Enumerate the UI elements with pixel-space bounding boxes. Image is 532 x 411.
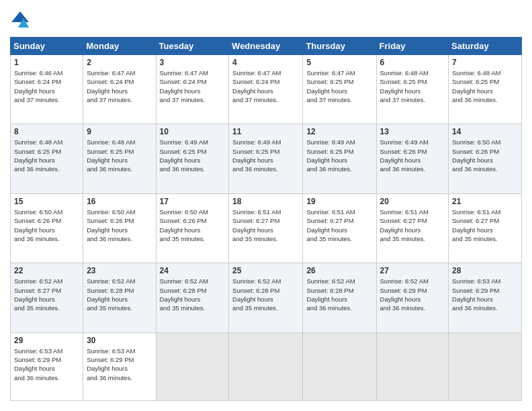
day-number: 29 [14,336,79,345]
calendar-week-row: 8 Sunrise: 6:48 AMSunset: 6:25 PMDayligh… [11,124,522,193]
day-number: 23 [87,266,152,275]
calendar-day-header: Monday [83,38,156,55]
day-number: 16 [87,197,152,206]
day-number: 22 [14,266,79,275]
day-info: Sunrise: 6:48 AMSunset: 6:25 PMDaylight … [380,69,429,103]
day-info: Sunrise: 6:49 AMSunset: 6:26 PMDaylight … [380,138,429,173]
calendar-day-cell: 26 Sunrise: 6:52 AMSunset: 6:28 PMDaylig… [303,263,376,332]
calendar-day-cell: 21 Sunrise: 6:51 AMSunset: 6:27 PMDaylig… [449,193,522,263]
calendar-week-row: 29 Sunrise: 6:53 AMSunset: 6:29 PMDaylig… [11,332,522,400]
calendar-day-cell: 24 Sunrise: 6:52 AMSunset: 6:28 PMDaylig… [156,263,229,332]
calendar-day-cell: 25 Sunrise: 6:52 AMSunset: 6:28 PMDaylig… [229,263,303,332]
calendar-day-cell: 2 Sunrise: 6:47 AMSunset: 6:24 PMDayligh… [83,55,156,124]
day-number: 13 [380,127,445,136]
day-number: 3 [160,58,226,67]
day-info: Sunrise: 6:52 AMSunset: 6:28 PMDaylight … [87,277,135,312]
day-info: Sunrise: 6:49 AMSunset: 6:25 PMDaylight … [306,138,355,173]
calendar-day-header: Saturday [449,38,522,55]
header [10,10,522,30]
page: SundayMondayTuesdayWednesdayThursdayFrid… [0,0,532,411]
calendar-day-cell: 15 Sunrise: 6:50 AMSunset: 6:26 PMDaylig… [11,193,83,263]
calendar-day-cell: 16 Sunrise: 6:50 AMSunset: 6:26 PMDaylig… [83,193,156,263]
day-info: Sunrise: 6:51 AMSunset: 6:27 PMDaylight … [380,208,429,242]
calendar-day-cell: 28 Sunrise: 6:53 AMSunset: 6:29 PMDaylig… [449,263,522,332]
day-number: 5 [306,58,372,67]
calendar-day-cell: 9 Sunrise: 6:48 AMSunset: 6:25 PMDayligh… [83,124,156,193]
day-number: 11 [232,127,299,136]
calendar-day-cell [449,332,522,400]
calendar-day-cell [156,332,229,400]
day-number: 6 [380,58,445,67]
calendar-day-header: Sunday [11,38,83,55]
calendar-header-row: SundayMondayTuesdayWednesdayThursdayFrid… [11,38,522,55]
calendar-day-cell: 7 Sunrise: 6:48 AMSunset: 6:25 PMDayligh… [449,55,522,124]
day-number: 30 [87,336,152,345]
day-info: Sunrise: 6:51 AMSunset: 6:27 PMDaylight … [232,208,281,242]
day-info: Sunrise: 6:52 AMSunset: 6:29 PMDaylight … [380,277,429,312]
calendar-day-cell [229,332,303,400]
day-info: Sunrise: 6:52 AMSunset: 6:27 PMDaylight … [14,277,62,312]
calendar-day-cell [303,332,376,400]
calendar-day-cell: 22 Sunrise: 6:52 AMSunset: 6:27 PMDaylig… [11,263,83,332]
calendar-week-row: 22 Sunrise: 6:52 AMSunset: 6:27 PMDaylig… [11,263,522,332]
calendar-day-cell: 13 Sunrise: 6:49 AMSunset: 6:26 PMDaylig… [376,124,449,193]
day-number: 21 [452,197,518,206]
calendar-day-header: Thursday [303,38,376,55]
calendar-day-cell: 3 Sunrise: 6:47 AMSunset: 6:24 PMDayligh… [156,55,229,124]
calendar-day-cell: 17 Sunrise: 6:50 AMSunset: 6:26 PMDaylig… [156,193,229,263]
day-info: Sunrise: 6:48 AMSunset: 6:25 PMDaylight … [452,69,500,103]
calendar-day-cell [376,332,449,400]
day-number: 7 [452,58,518,67]
day-number: 8 [14,127,79,136]
day-number: 10 [160,127,226,136]
calendar-day-cell: 6 Sunrise: 6:48 AMSunset: 6:25 PMDayligh… [376,55,449,124]
calendar-table: SundayMondayTuesdayWednesdayThursdayFrid… [10,37,522,401]
day-number: 2 [87,58,152,67]
calendar-week-row: 15 Sunrise: 6:50 AMSunset: 6:26 PMDaylig… [11,193,522,263]
calendar-day-cell: 23 Sunrise: 6:52 AMSunset: 6:28 PMDaylig… [83,263,156,332]
calendar-day-cell: 10 Sunrise: 6:49 AMSunset: 6:25 PMDaylig… [156,124,229,193]
calendar-day-header: Wednesday [229,38,303,55]
day-info: Sunrise: 6:51 AMSunset: 6:27 PMDaylight … [306,208,355,242]
calendar-day-header: Tuesday [156,38,229,55]
day-number: 28 [452,266,518,275]
calendar-day-cell: 12 Sunrise: 6:49 AMSunset: 6:25 PMDaylig… [303,124,376,193]
day-number: 14 [452,127,518,136]
day-info: Sunrise: 6:47 AMSunset: 6:24 PMDaylight … [232,69,281,103]
calendar-day-cell: 4 Sunrise: 6:47 AMSunset: 6:24 PMDayligh… [229,55,303,124]
day-info: Sunrise: 6:50 AMSunset: 6:26 PMDaylight … [160,208,208,242]
day-info: Sunrise: 6:50 AMSunset: 6:26 PMDaylight … [14,208,62,242]
day-number: 17 [160,197,226,206]
logo [10,10,33,30]
day-info: Sunrise: 6:52 AMSunset: 6:28 PMDaylight … [306,277,355,312]
day-info: Sunrise: 6:46 AMSunset: 6:24 PMDaylight … [14,69,62,103]
day-info: Sunrise: 6:50 AMSunset: 6:26 PMDaylight … [452,138,500,173]
day-info: Sunrise: 6:47 AMSunset: 6:24 PMDaylight … [87,69,135,103]
day-number: 15 [14,197,79,206]
calendar-day-cell: 1 Sunrise: 6:46 AMSunset: 6:24 PMDayligh… [11,55,83,124]
day-info: Sunrise: 6:53 AMSunset: 6:29 PMDaylight … [87,347,135,381]
day-number: 27 [380,266,445,275]
day-number: 24 [160,266,226,275]
calendar-day-cell: 18 Sunrise: 6:51 AMSunset: 6:27 PMDaylig… [229,193,303,263]
day-number: 26 [306,266,372,275]
calendar-day-cell: 29 Sunrise: 6:53 AMSunset: 6:29 PMDaylig… [11,332,83,400]
calendar-day-cell: 30 Sunrise: 6:53 AMSunset: 6:29 PMDaylig… [83,332,156,400]
day-number: 20 [380,197,445,206]
day-info: Sunrise: 6:51 AMSunset: 6:27 PMDaylight … [452,208,500,242]
day-info: Sunrise: 6:49 AMSunset: 6:25 PMDaylight … [232,138,281,173]
logo-icon [10,10,30,30]
day-info: Sunrise: 6:47 AMSunset: 6:24 PMDaylight … [160,69,208,103]
calendar-day-cell: 20 Sunrise: 6:51 AMSunset: 6:27 PMDaylig… [376,193,449,263]
day-number: 9 [87,127,152,136]
calendar-day-cell: 8 Sunrise: 6:48 AMSunset: 6:25 PMDayligh… [11,124,83,193]
day-info: Sunrise: 6:50 AMSunset: 6:26 PMDaylight … [87,208,135,242]
day-info: Sunrise: 6:49 AMSunset: 6:25 PMDaylight … [160,138,208,173]
day-number: 19 [306,197,372,206]
calendar-day-cell: 11 Sunrise: 6:49 AMSunset: 6:25 PMDaylig… [229,124,303,193]
day-number: 12 [306,127,372,136]
svg-marker-0 [11,11,29,22]
calendar-day-cell: 5 Sunrise: 6:47 AMSunset: 6:25 PMDayligh… [303,55,376,124]
calendar-day-cell: 14 Sunrise: 6:50 AMSunset: 6:26 PMDaylig… [449,124,522,193]
day-info: Sunrise: 6:48 AMSunset: 6:25 PMDaylight … [14,138,62,173]
